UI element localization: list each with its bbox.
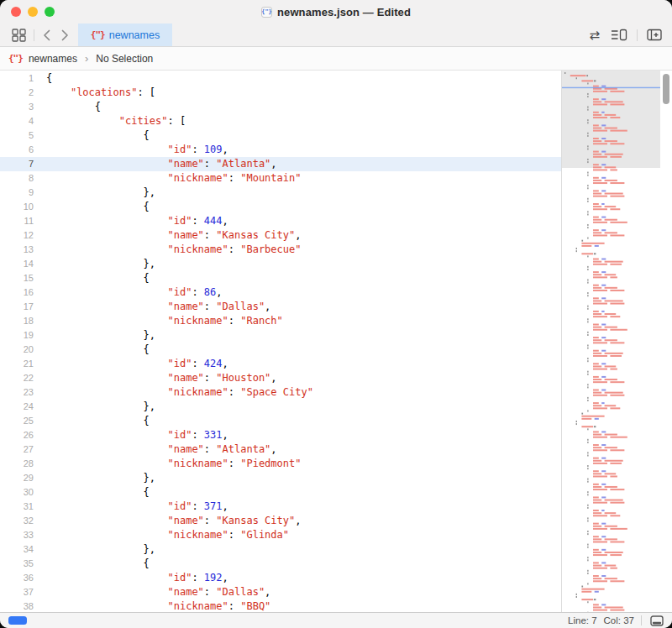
status-bar: Line: 7 Col: 37 bbox=[0, 612, 672, 628]
code-line[interactable]: 8 "nickname": "Mountain" bbox=[0, 171, 561, 186]
hide-bottom-bar-icon[interactable] bbox=[648, 615, 665, 626]
code-line[interactable]: 31 "id": 371, bbox=[0, 500, 561, 514]
code-line[interactable]: 18 "nickname": "Ranch" bbox=[0, 314, 561, 328]
navigate-forward-icon[interactable] bbox=[59, 29, 71, 42]
code-line[interactable]: 11 "id": 444, bbox=[0, 214, 561, 228]
line-number: 10 bbox=[0, 200, 34, 214]
code-lines[interactable]: 1{2 "locations": [3 {4 "cities": [5 {6 "… bbox=[0, 71, 561, 612]
code-line[interactable]: 24 }, bbox=[0, 400, 561, 414]
json-file-icon: {"} bbox=[91, 29, 105, 40]
code-line[interactable]: 1{ bbox=[0, 71, 561, 86]
cursor-col-indicator: Col: 37 bbox=[604, 615, 634, 625]
code-line[interactable]: 35 { bbox=[0, 557, 561, 571]
code-line[interactable]: 32 "name": "Kansas City", bbox=[0, 514, 561, 528]
code-line[interactable]: 23 "nickname": "Space City" bbox=[0, 385, 561, 400]
line-number: 6 bbox=[0, 143, 34, 157]
line-number: 20 bbox=[0, 343, 34, 357]
code-line[interactable]: 38 "nickname": "BBQ" bbox=[0, 599, 561, 612]
code-line[interactable]: 34 }, bbox=[0, 542, 561, 557]
line-number: 24 bbox=[0, 400, 34, 414]
breadcrumb-separator: › bbox=[83, 52, 90, 65]
editor-options-icon[interactable] bbox=[609, 29, 629, 41]
line-number: 22 bbox=[0, 371, 34, 385]
line-number: 38 bbox=[0, 599, 34, 612]
code-line[interactable]: 17 "name": "Dallas", bbox=[0, 300, 561, 314]
minimize-window-button[interactable] bbox=[28, 7, 38, 17]
line-number: 31 bbox=[0, 500, 34, 514]
line-number: 36 bbox=[0, 571, 34, 585]
breadcrumb-file[interactable]: newnames bbox=[29, 53, 77, 65]
code-line[interactable]: 33 "nickname": "Glinda" bbox=[0, 528, 561, 542]
line-number: 37 bbox=[0, 585, 34, 599]
window-title: newnames.json — Edited bbox=[277, 6, 411, 18]
line-number: 27 bbox=[0, 442, 34, 457]
code-line[interactable]: 2 "locations": [ bbox=[0, 86, 561, 100]
line-number: 18 bbox=[0, 314, 34, 328]
code-line[interactable]: 29 }, bbox=[0, 471, 561, 485]
code-line[interactable]: 16 "id": 86, bbox=[0, 285, 561, 300]
line-number: 17 bbox=[0, 300, 34, 314]
line-number: 8 bbox=[0, 171, 34, 186]
code-line[interactable]: 13 "nickname": "Barbecue" bbox=[0, 243, 561, 257]
line-number: 28 bbox=[0, 457, 34, 471]
line-number: 34 bbox=[0, 542, 34, 557]
code-line[interactable]: 27 "name": "Atlanta", bbox=[0, 442, 561, 457]
code-line[interactable]: 25 { bbox=[0, 414, 561, 428]
editor-area: 1{2 "locations": [3 {4 "cities": [5 {6 "… bbox=[0, 71, 672, 612]
zoom-window-button[interactable] bbox=[45, 7, 55, 17]
horizontal-scroll-indicator[interactable] bbox=[8, 616, 27, 625]
line-number: 26 bbox=[0, 428, 34, 442]
close-window-button[interactable] bbox=[11, 7, 21, 17]
code-line[interactable]: 26 "id": 331, bbox=[0, 428, 561, 442]
code-line[interactable]: 3 { bbox=[0, 100, 561, 114]
code-line[interactable]: 15 { bbox=[0, 271, 561, 285]
code-line[interactable]: 10 { bbox=[0, 200, 561, 214]
code-line[interactable]: 22 "name": "Houston", bbox=[0, 371, 561, 385]
code-line[interactable]: 14 }, bbox=[0, 257, 561, 271]
line-number: 7 bbox=[0, 157, 34, 171]
line-number: 9 bbox=[0, 186, 34, 200]
vertical-scrollbar[interactable] bbox=[660, 71, 672, 612]
line-number: 12 bbox=[0, 228, 34, 243]
tab-bar: {"} newnames ⇄ bbox=[0, 24, 672, 47]
document-proxy-icon[interactable]: {"} bbox=[261, 7, 272, 18]
code-line[interactable]: 30 { bbox=[0, 485, 561, 500]
code-review-icon[interactable]: ⇄ bbox=[587, 29, 601, 41]
code-line[interactable]: 37 "name": "Dallas", bbox=[0, 585, 561, 599]
tab-label: newnames bbox=[109, 29, 160, 41]
code-line[interactable]: 4 "cities": [ bbox=[0, 114, 561, 128]
line-number: 14 bbox=[0, 257, 34, 271]
title-bar: {"} newnames.json — Edited bbox=[0, 0, 672, 24]
line-number: 30 bbox=[0, 485, 34, 500]
code-line[interactable]: 36 "id": 192, bbox=[0, 571, 561, 585]
code-line[interactable]: 9 }, bbox=[0, 186, 561, 200]
line-number: 13 bbox=[0, 243, 34, 257]
line-number: 2 bbox=[0, 86, 34, 100]
line-number: 32 bbox=[0, 514, 34, 528]
line-number: 19 bbox=[0, 328, 34, 343]
toolbar-divider bbox=[637, 29, 638, 41]
code-line[interactable]: 21 "id": 424, bbox=[0, 357, 561, 371]
line-number: 11 bbox=[0, 214, 34, 228]
line-number: 35 bbox=[0, 557, 34, 571]
code-line[interactable]: 6 "id": 109, bbox=[0, 143, 561, 157]
minimap[interactable] bbox=[561, 71, 660, 612]
code-line[interactable]: 7 "name": "Atlanta", bbox=[0, 157, 561, 171]
xcode-window: {"} newnames.json — Edited {"} newnames … bbox=[0, 0, 672, 628]
breadcrumb-selection[interactable]: No Selection bbox=[96, 53, 153, 65]
line-number: 1 bbox=[0, 71, 34, 86]
code-line[interactable]: 28 "nickname": "Piedmont" bbox=[0, 457, 561, 471]
line-number: 25 bbox=[0, 414, 34, 428]
tab-overview-icon[interactable] bbox=[10, 29, 28, 42]
code-line[interactable]: 19 }, bbox=[0, 328, 561, 343]
add-editor-icon[interactable] bbox=[645, 29, 664, 41]
navigate-back-icon[interactable] bbox=[40, 29, 53, 42]
line-number: 5 bbox=[0, 128, 34, 143]
line-number: 3 bbox=[0, 100, 34, 114]
tab-newnames[interactable]: {"} newnames bbox=[78, 24, 172, 46]
code-line[interactable]: 12 "name": "Kansas City", bbox=[0, 228, 561, 243]
cursor-line-indicator: Line: 7 bbox=[568, 615, 597, 625]
scrollbar-thumb[interactable] bbox=[663, 74, 669, 104]
code-line[interactable]: 5 { bbox=[0, 128, 561, 143]
code-line[interactable]: 20 { bbox=[0, 343, 561, 357]
